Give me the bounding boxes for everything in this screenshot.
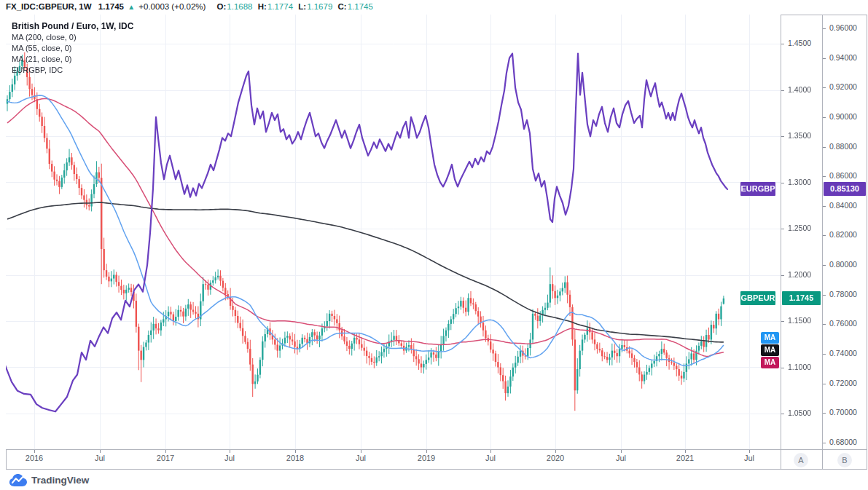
tick-mark [426, 450, 427, 453]
tick-mark [781, 275, 784, 276]
time-tick-label: Jul [224, 454, 235, 462]
price-tick-eurgbp: 0.76000 [829, 319, 857, 328]
time-tick-label: Jul [356, 454, 366, 462]
tick-mark [100, 450, 101, 453]
tick-mark [823, 58, 826, 59]
time-tick-label: Jul [485, 454, 496, 462]
tick-mark [781, 44, 784, 44]
price-tick-gbpeur: 1.3000 [788, 178, 811, 186]
tick-mark [230, 450, 230, 453]
time-tick-label: Jul [616, 454, 626, 462]
ma21-badge: MA [761, 332, 779, 344]
tick-mark [823, 295, 826, 296]
tick-mark [823, 28, 826, 29]
legend-ma200[interactable]: MA (200, close, 0) [12, 32, 133, 43]
tick-mark [781, 90, 784, 91]
tick-mark [823, 354, 826, 355]
time-tick-label: Jul [744, 454, 754, 462]
legend-ma55[interactable]: MA (55, close, 0) [12, 43, 133, 54]
ma55-badge: MA [761, 357, 779, 368]
price-tick-eurgbp: 0.78000 [829, 290, 857, 299]
open-label: O: [217, 2, 227, 11]
tick-mark [34, 450, 35, 453]
tradingview-brand[interactable]: TradingView [31, 475, 89, 486]
open-value: 1.1688 [227, 2, 252, 11]
tick-mark [823, 265, 826, 266]
symbol-title: FX_IDC:GBPEUR, 1W [6, 2, 92, 11]
tick-mark [823, 176, 826, 177]
up-arrow-icon: ▲ [128, 3, 135, 11]
tick-mark [781, 229, 784, 229]
gbpeur-series-badge: GBPEUR [740, 291, 775, 305]
tick-mark [823, 147, 826, 148]
price-tick-eurgbp: 0.84000 [829, 201, 857, 210]
tick-mark [749, 450, 750, 453]
price-tick-gbpeur: 1.3500 [788, 131, 811, 140]
price-tick-eurgbp: 0.74000 [829, 349, 857, 357]
low-label: L: [298, 2, 306, 11]
tick-mark [781, 368, 784, 368]
price-tick-eurgbp: 0.68000 [829, 438, 857, 446]
time-tick-label: 2020 [547, 454, 564, 462]
price-tick-gbpeur: 1.2000 [788, 270, 811, 279]
price-tick-eurgbp: 0.72000 [829, 379, 857, 387]
scale-a-button[interactable]: A [794, 453, 808, 467]
price-tick-eurgbp: 0.80000 [829, 260, 857, 269]
close-label: C: [338, 2, 347, 11]
tick-mark [555, 450, 556, 453]
price-tick-eurgbp: 0.82000 [829, 230, 857, 239]
eurgbp-price-badge: 0.85130 [824, 182, 866, 196]
high-label: H: [258, 2, 267, 11]
tick-mark [823, 87, 826, 88]
price-tick-gbpeur: 1.4000 [788, 85, 811, 94]
tick-mark [823, 443, 826, 443]
scale-b-button[interactable]: B [837, 453, 852, 467]
quote-bar: FX_IDC:GBPEUR, 1W 1.1745 ▲ +0.0003 (+0.0… [6, 0, 373, 14]
time-tick-label: 2017 [157, 454, 174, 462]
price-tick-eurgbp: 0.94000 [829, 53, 857, 62]
time-tick-label: 2016 [26, 454, 43, 462]
tick-mark [823, 235, 826, 236]
time-tick-label: 2021 [676, 454, 694, 462]
time-tick-label: Jul [95, 454, 105, 462]
chart-pane[interactable] [6, 15, 781, 449]
tick-mark [490, 450, 491, 453]
tick-mark [823, 324, 826, 325]
last-price: 1.1745 [98, 2, 124, 11]
tick-mark [823, 206, 826, 207]
tradingview-logo-icon[interactable] [9, 473, 27, 487]
high-value: 1.1774 [267, 2, 293, 11]
tick-mark [781, 414, 784, 414]
price-tick-eurgbp: 0.90000 [829, 112, 857, 121]
time-axis-separator [6, 449, 867, 450]
tick-mark [823, 117, 826, 118]
price-tick-eurgbp: 0.70000 [829, 408, 857, 416]
price-tick-eurgbp: 0.96000 [829, 23, 857, 32]
tick-mark [823, 413, 826, 414]
price-tick-eurgbp: 0.92000 [829, 82, 857, 91]
price-axis-separator-2 [822, 15, 823, 470]
tick-mark [781, 183, 784, 183]
tick-mark [621, 450, 622, 453]
price-change: +0.0003 (+0.02%) [138, 2, 206, 11]
price-tick-gbpeur: 1.0500 [788, 408, 811, 417]
gbpeur-price-badge: 1.1745 [782, 291, 821, 305]
tick-mark [165, 450, 166, 453]
legend-eurgbp[interactable]: EURGBP, IDC [12, 65, 133, 76]
ma200-badge: MA [761, 344, 779, 356]
legend: British Pound / Euro, 1W, IDC MA (200, c… [12, 21, 133, 76]
price-tick-gbpeur: 1.1500 [788, 316, 811, 325]
price-tick-gbpeur: 1.2500 [788, 224, 811, 232]
price-tick-gbpeur: 1.4500 [788, 39, 811, 47]
low-value: 1.1679 [307, 2, 332, 11]
tick-mark [823, 384, 826, 384]
legend-title[interactable]: British Pound / Euro, 1W, IDC [12, 21, 133, 32]
close-value: 1.1745 [348, 2, 373, 11]
tick-mark [361, 450, 361, 453]
tick-mark [781, 321, 784, 322]
eurgbp-series-badge: EURGBP [740, 182, 775, 196]
legend-ma21[interactable]: MA (21, close, 0) [12, 54, 133, 65]
price-tick-eurgbp: 0.88000 [829, 142, 857, 151]
price-axis-separator-1 [781, 15, 781, 470]
tick-mark [781, 136, 784, 137]
